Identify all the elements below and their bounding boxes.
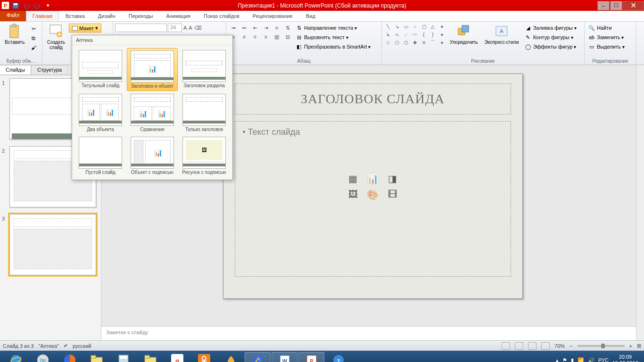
layout-title-content[interactable]: 📊 Заголовок и объект (127, 48, 178, 91)
taskbar-firefox[interactable] (57, 352, 83, 362)
view-reading-button[interactable] (528, 342, 537, 350)
qat-customize-icon[interactable]: ▾ (43, 1, 53, 10)
tab-slideshow[interactable]: Показ слайдов (197, 11, 246, 21)
numbering-button[interactable]: ≕ (239, 24, 249, 32)
qat-undo-icon[interactable] (22, 1, 31, 10)
grow-font-button[interactable]: A (183, 25, 187, 31)
insert-table-icon[interactable]: ▦ (345, 172, 362, 185)
layout-title-only[interactable]: Только заголовок (179, 92, 230, 134)
layout-title-slide[interactable]: Титульный слайд (75, 48, 126, 91)
content-placeholder[interactable]: Текст слайда ▦ 📊 ◨ 🖼 🎨 🎞 (235, 121, 511, 277)
qat-redo-icon[interactable] (33, 1, 42, 10)
taskbar-app2[interactable] (245, 352, 271, 362)
taskbar-help[interactable]: ? (325, 352, 351, 362)
shape-more-row1[interactable]: ▾ (438, 23, 446, 30)
tray-flag-icon[interactable]: ⚑ (562, 357, 567, 362)
notes-pane[interactable]: Заметки к слайду (101, 326, 644, 340)
tab-home[interactable]: Главная (26, 11, 59, 21)
status-language[interactable]: русский (73, 343, 91, 349)
layout-comparison[interactable]: 📊📊 Сравнение (127, 92, 178, 134)
title-placeholder[interactable]: ЗАГОЛОВОК СЛАЙДА (235, 83, 511, 115)
font-size-box[interactable]: 24 (168, 24, 182, 32)
tab-design[interactable]: Дизайн (91, 11, 122, 21)
align-center-button[interactable]: ≡ (239, 33, 249, 41)
layout-blank[interactable]: Пустой слайд (75, 135, 126, 177)
insert-chart-icon[interactable]: 📊 (364, 172, 381, 185)
text-direction-button[interactable]: ⇅Направление текста ▾ (294, 24, 372, 32)
taskbar-calc[interactable] (110, 352, 136, 362)
shape-cross[interactable]: ✕ (420, 39, 428, 46)
columns-button[interactable]: ▥ (272, 33, 282, 41)
arrange-button[interactable]: Упорядочить (447, 23, 481, 46)
copy-button[interactable]: ⧉ (28, 34, 39, 42)
taskbar-explorer[interactable] (83, 352, 109, 362)
insert-smartart-icon[interactable]: ◨ (384, 172, 401, 185)
tray-battery-icon[interactable]: ▮ (571, 357, 574, 362)
tray-language[interactable]: РУС (598, 357, 609, 362)
shape-outline-button[interactable]: ✎Контур фигуры ▾ (523, 33, 578, 41)
bullets-button[interactable]: ≔ (228, 24, 239, 32)
taskbar-explorer2[interactable] (137, 352, 163, 362)
tray-volume-icon[interactable]: 🔊 (588, 357, 594, 362)
shape-arrow[interactable]: ↘ (393, 23, 401, 30)
tray-arrow-icon[interactable]: ▴ (556, 357, 559, 362)
close-button[interactable]: ✕ (623, 1, 644, 10)
taskbar-app1[interactable] (218, 352, 244, 362)
shape-curve[interactable]: ∿ (393, 31, 401, 38)
file-tab[interactable]: Файл (0, 10, 26, 21)
fit-button[interactable]: ⊞ (637, 343, 641, 349)
tab-slides-thumbs[interactable]: Слайды (0, 65, 31, 75)
view-normal-button[interactable] (502, 342, 510, 350)
tray-network-icon[interactable]: 📶 (578, 357, 584, 362)
tab-insert[interactable]: Вставка (59, 11, 91, 21)
shape-scribble[interactable]: 〰 (411, 31, 419, 38)
shrink-font-button[interactable]: A (188, 25, 192, 31)
view-sorter-button[interactable] (515, 342, 523, 350)
align-text-icon[interactable]: ⊟ (282, 33, 293, 41)
tab-outline[interactable]: Структура (31, 65, 68, 75)
zoom-out-button[interactable]: − (570, 343, 572, 349)
line-spacing-button[interactable]: ≡ (272, 24, 282, 32)
new-slide-button[interactable]: Создать слайд (44, 23, 68, 51)
shape-roundrect[interactable]: ▢ (420, 23, 428, 30)
justify-button[interactable]: ≡ (261, 33, 271, 41)
paste-button[interactable]: Вставить (2, 23, 27, 46)
layout-picture-caption[interactable]: 🖼 Рисунок с подписью (179, 135, 230, 177)
shape-hex[interactable]: ⬡ (402, 39, 410, 46)
shape-brace2[interactable]: } (429, 31, 437, 38)
cut-button[interactable]: ✂ (28, 25, 39, 33)
zoom-in-button[interactable]: + (629, 343, 632, 349)
taskbar-word[interactable]: W (272, 352, 297, 362)
text-direction-icon[interactable]: ⇅ (282, 24, 293, 32)
shape-more-row3[interactable]: ▾ (438, 39, 446, 46)
taskbar-powerpoint[interactable]: P (298, 352, 324, 362)
shape-fill-button[interactable]: ◢Заливка фигуры ▾ (523, 24, 578, 32)
insert-picture-icon[interactable]: 🖼 (345, 188, 362, 201)
layout-button[interactable]: Макет ▾ (69, 24, 101, 33)
taskbar-ok[interactable] (191, 352, 217, 362)
shape-star[interactable]: ☆ (384, 39, 392, 46)
shape-connector[interactable]: ↳ (384, 31, 392, 38)
font-family-box[interactable] (115, 24, 167, 32)
decrease-indent-button[interactable]: ⇤ (250, 24, 260, 32)
convert-smartart-button[interactable]: ◧Преобразовать в SmartArt ▾ (294, 42, 372, 51)
shape-line[interactable]: ╲ (384, 23, 392, 30)
tray-clock[interactable]: 20:09 15.08.2013 (612, 354, 641, 362)
tab-transitions[interactable]: Переходы (122, 11, 160, 21)
vertical-scrollbar[interactable] (636, 65, 644, 326)
layout-two-content[interactable]: 📊📊 Два объекта (75, 92, 126, 134)
select-button[interactable]: ▭Выделить ▾ (586, 42, 626, 51)
slide[interactable]: ЗАГОЛОВОК СЛАЙДА Текст слайда ▦ 📊 ◨ 🖼 🎨 … (223, 74, 523, 299)
find-button[interactable]: 🔍Найти (586, 24, 626, 32)
layout-content-caption[interactable]: 📊 Объект с подписью (127, 135, 178, 177)
shape-more-row2[interactable]: ▾ (438, 31, 446, 38)
tab-view[interactable]: Вид (299, 11, 322, 21)
shape-freeform[interactable]: ⟋ (402, 31, 410, 38)
align-right-button[interactable]: ≡ (250, 33, 260, 41)
status-spellcheck-icon[interactable]: ✔ (64, 343, 68, 349)
taskbar-yandex[interactable]: Я (164, 352, 190, 362)
increase-indent-button[interactable]: ⇥ (261, 24, 271, 32)
insert-media-icon[interactable]: 🎞 (384, 188, 401, 201)
zoom-slider[interactable] (578, 345, 625, 347)
qat-save-icon[interactable] (11, 1, 20, 10)
